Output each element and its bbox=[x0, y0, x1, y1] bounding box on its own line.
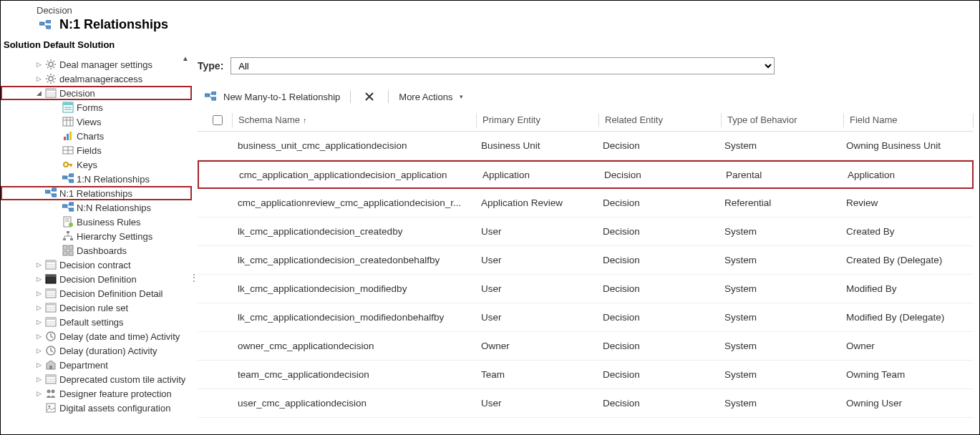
cell-behavior: System bbox=[719, 226, 840, 237]
entity-icon bbox=[45, 87, 57, 99]
tree-item-label: Delay (date and time) Activity bbox=[59, 331, 180, 342]
tree-caret-icon[interactable]: ▷ bbox=[35, 390, 42, 397]
cell-related-entity: Decision bbox=[598, 170, 720, 180]
scroll-up-icon[interactable]: ▲ bbox=[182, 54, 189, 62]
cell-primary-entity: Team bbox=[475, 369, 597, 380]
tree-item[interactable]: Fields bbox=[1, 143, 192, 157]
tree-item-label: N:N Relationships bbox=[77, 202, 151, 213]
new-relationship-button[interactable]: New Many-to-1 Relationship bbox=[198, 89, 344, 104]
form-icon bbox=[62, 102, 74, 113]
more-actions-label: More Actions bbox=[399, 92, 452, 102]
delete-button[interactable] bbox=[356, 89, 382, 104]
tree-caret-icon[interactable]: ▷ bbox=[35, 290, 42, 297]
tree-item[interactable]: Charts bbox=[1, 129, 192, 143]
hier-icon bbox=[62, 230, 74, 242]
cell-schema-name: owner_cmc_applicationdecision bbox=[232, 341, 475, 351]
tree-caret-icon[interactable]: ▷ bbox=[35, 304, 42, 311]
tree-caret-icon[interactable]: ▷ bbox=[35, 61, 42, 68]
tree-caret-icon[interactable]: ▷ bbox=[35, 275, 42, 283]
cell-schema-name: user_cmc_applicationdecision bbox=[232, 398, 475, 409]
tree-item[interactable]: 1:N Relationships bbox=[1, 172, 192, 186]
tree-caret-icon[interactable]: ▷ bbox=[35, 347, 42, 354]
tree-item-label: Fields bbox=[77, 145, 102, 156]
table-row[interactable]: cmc_application_applicationdecision_appl… bbox=[198, 160, 974, 189]
tree-item[interactable]: ▷Decision contract bbox=[1, 258, 192, 272]
table-row[interactable]: business_unit_cmc_applicationdecisionBus… bbox=[198, 132, 974, 160]
tree-item[interactable]: Dashboards bbox=[1, 243, 192, 258]
cell-behavior: System bbox=[719, 398, 840, 409]
table-row[interactable]: cmc_applicationreview_cmc_applicationdec… bbox=[198, 189, 974, 218]
column-primary-entity[interactable]: Primary Entity bbox=[477, 114, 598, 125]
cell-related-entity: Decision bbox=[597, 140, 719, 151]
tree-item[interactable]: ▷Delay (duration) Activity bbox=[1, 343, 192, 358]
cell-schema-name: business_unit_cmc_applicationdecision bbox=[232, 140, 475, 151]
asset-icon bbox=[45, 402, 57, 414]
tree-caret-icon[interactable]: ▷ bbox=[35, 75, 42, 82]
tree-caret-icon[interactable]: ▷ bbox=[35, 333, 42, 340]
prot-icon bbox=[45, 388, 57, 399]
tree-caret-icon[interactable]: ▷ bbox=[35, 376, 42, 383]
tree-item[interactable]: N:1 Relationships bbox=[1, 186, 192, 200]
tree-item-label: 1:N Relationships bbox=[77, 174, 150, 185]
header-entity-name: Decision bbox=[37, 5, 979, 16]
dept-icon bbox=[45, 359, 57, 371]
entity-icon bbox=[45, 288, 57, 299]
column-schema-name[interactable]: Schema Name↑ bbox=[233, 114, 476, 125]
tree-item[interactable]: ▷dealmanageraccess bbox=[1, 72, 192, 86]
entity-icon bbox=[45, 302, 57, 313]
tree-item-label: Designer feature protection bbox=[59, 388, 172, 399]
tree-caret-icon[interactable]: ▷ bbox=[35, 361, 42, 368]
table-row[interactable]: owner_cmc_applicationdecisionOwnerDecisi… bbox=[198, 332, 974, 361]
tree-item[interactable]: ▷Designer feature protection bbox=[1, 386, 192, 401]
table-row[interactable]: team_cmc_applicationdecisionTeamDecision… bbox=[198, 361, 974, 389]
splitter-handle[interactable]: ⋮ bbox=[189, 276, 199, 279]
tree-item[interactable]: Forms bbox=[1, 100, 192, 114]
cell-schema-name: cmc_applicationreview_cmc_applicationdec… bbox=[232, 197, 475, 208]
cell-primary-entity: Business Unit bbox=[475, 140, 597, 151]
entity-dark-icon bbox=[45, 273, 57, 285]
table-row[interactable]: user_cmc_applicationdecisionUserDecision… bbox=[198, 389, 974, 418]
tree-item[interactable]: Business Rules bbox=[1, 215, 192, 229]
tree-item[interactable]: ▷Deal manager settings bbox=[1, 57, 192, 72]
tree-caret-icon[interactable]: ◢ bbox=[35, 89, 42, 97]
cell-behavior: Referential bbox=[719, 197, 840, 208]
more-actions-button[interactable]: More Actions bbox=[394, 89, 467, 104]
tree-item[interactable]: ▷Delay (date and time) Activity bbox=[1, 329, 192, 343]
table-row[interactable]: lk_cmc_applicationdecision_createdbyUser… bbox=[198, 218, 974, 246]
tree-item[interactable]: ▷Department bbox=[1, 358, 192, 372]
tree-item[interactable]: Digital assets configuration bbox=[1, 401, 192, 415]
type-select[interactable]: All bbox=[231, 57, 775, 74]
column-type-of-behavior[interactable]: Type of Behavior bbox=[722, 114, 843, 125]
tree-item[interactable]: ◢Decision bbox=[1, 86, 192, 100]
table-row[interactable]: lk_cmc_applicationdecision_modifiedbyUse… bbox=[198, 275, 974, 303]
tree-caret-icon[interactable]: ▷ bbox=[35, 318, 42, 326]
cell-related-entity: Decision bbox=[597, 341, 719, 351]
type-label: Type: bbox=[198, 60, 223, 72]
column-field-name[interactable]: Field Name bbox=[844, 114, 973, 125]
entity-icon bbox=[45, 373, 57, 385]
table-row[interactable]: lk_cmc_applicationdecision_createdonbeha… bbox=[198, 246, 974, 275]
cell-related-entity: Decision bbox=[597, 312, 719, 323]
cell-schema-name: lk_cmc_applicationdecision_modifiedby bbox=[232, 283, 475, 294]
table-row[interactable]: lk_cmc_applicationdecision_modifiedonbeh… bbox=[198, 303, 974, 332]
tree-item-label: Digital assets configuration bbox=[59, 403, 170, 414]
toolbar-separator bbox=[350, 90, 351, 103]
cell-behavior: System bbox=[719, 283, 840, 294]
tree-caret-icon[interactable]: ▷ bbox=[35, 261, 42, 268]
tree-item-label: Charts bbox=[77, 131, 104, 142]
select-all-checkbox[interactable] bbox=[203, 115, 232, 125]
solution-tree[interactable]: ▲ ▷Deal manager settings▷dealmanageracce… bbox=[1, 54, 192, 435]
tree-item[interactable]: ▷Decision Definition Detail bbox=[1, 286, 192, 300]
tree-item[interactable]: Hierarchy Settings bbox=[1, 229, 192, 243]
tree-item-label: Deal manager settings bbox=[59, 59, 152, 70]
tree-item[interactable]: Keys bbox=[1, 157, 192, 172]
new-relationship-label: New Many-to-1 Relationship bbox=[223, 92, 340, 102]
tree-item[interactable]: ▷Default settings bbox=[1, 315, 192, 329]
tree-item[interactable]: N:N Relationships bbox=[1, 200, 192, 215]
tree-item[interactable]: ▷Decision Definition bbox=[1, 272, 192, 286]
tree-item[interactable]: ▷Deprecated custom tile activity bbox=[1, 372, 192, 386]
tree-item-label: N:1 Relationships bbox=[59, 188, 132, 199]
tree-item[interactable]: ▷Decision rule set bbox=[1, 300, 192, 315]
column-related-entity[interactable]: Related Entity bbox=[599, 114, 721, 125]
tree-item[interactable]: Views bbox=[1, 114, 192, 129]
